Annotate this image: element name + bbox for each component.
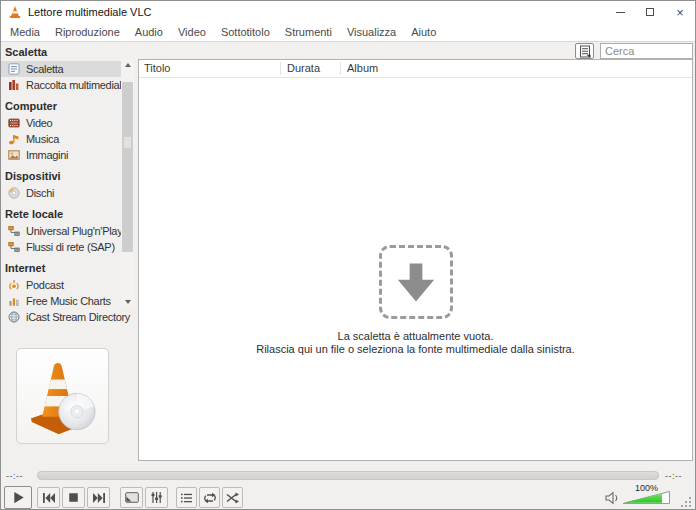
- play-button[interactable]: [4, 486, 32, 509]
- close-button[interactable]: ×: [665, 1, 695, 23]
- sidebar-item-musica[interactable]: Musica: [1, 131, 121, 147]
- window-title: Lettore multimediale VLC: [28, 6, 152, 18]
- stop-icon: [67, 491, 80, 504]
- sidebar-item-label: Dischi: [26, 187, 54, 199]
- vlc-window: Lettore multimediale VLC × Media Riprodu…: [0, 0, 696, 510]
- network-icon: [8, 241, 20, 253]
- sidebar-item-icast[interactable]: iCast Stream Directory: [1, 309, 121, 325]
- shuffle-button[interactable]: [222, 487, 243, 508]
- sidebar-item-label: Scaletta: [26, 63, 63, 75]
- next-button[interactable]: [87, 487, 110, 508]
- window-controls: ×: [605, 1, 695, 23]
- drop-zone[interactable]: [379, 245, 453, 319]
- sidebar-section-scaletta: Scaletta Scaletta: [1, 43, 121, 93]
- menu-audio[interactable]: Audio: [135, 26, 163, 38]
- sidebar-item-label: Raccolta multimediale: [26, 79, 127, 91]
- sidebar-section-rete-locale: Rete locale Universal Plug'n'Play: [1, 201, 121, 255]
- network-icon: [8, 225, 20, 237]
- scrollbar-grip: [124, 137, 131, 148]
- album-art: [16, 348, 109, 444]
- shuffle-icon: [226, 492, 240, 504]
- loop-icon: [203, 492, 217, 504]
- disc-icon: [8, 187, 20, 199]
- content-area: Scaletta Scaletta: [1, 43, 695, 465]
- seek-slider[interactable]: [37, 471, 659, 480]
- sidebar-header: Scaletta: [1, 43, 121, 61]
- sidebar-item-label: Musica: [26, 133, 59, 145]
- column-header-durata[interactable]: Durata: [287, 62, 320, 74]
- sidebar-item-label: iCast Stream Directory: [26, 311, 130, 323]
- sidebar-header: Internet: [1, 255, 121, 277]
- menu-video[interactable]: Video: [178, 26, 206, 38]
- play-icon: [11, 490, 26, 505]
- sidebar-section-dispositivi: Dispositivi Dischi: [1, 163, 121, 201]
- sidebar-item-label: Immagini: [26, 149, 68, 161]
- globe-icon: [8, 311, 20, 323]
- sidebar-item-upnp[interactable]: Universal Plug'n'Play: [1, 223, 121, 239]
- playlist-toggle-icon: [180, 492, 193, 504]
- search-input[interactable]: [600, 43, 693, 59]
- column-separator: [340, 62, 341, 75]
- maximize-button[interactable]: [635, 1, 665, 23]
- playlist-panel: Titolo Durata Album La scaletta è attual…: [138, 59, 693, 461]
- menu-media[interactable]: Media: [10, 26, 40, 38]
- playlist-view-icon: [579, 45, 591, 58]
- sidebar-item-sap[interactable]: Flussi di rete (SAP): [1, 239, 121, 255]
- scroll-up-button[interactable]: [121, 59, 134, 71]
- column-separator: [280, 62, 281, 75]
- scrollbar-thumb[interactable]: [122, 82, 133, 252]
- sidebar-item-video[interactable]: Video: [1, 115, 121, 131]
- empty-playlist-state: La scaletta è attualmente vuota. Rilasci…: [139, 245, 692, 356]
- chevron-down-icon: [125, 300, 131, 304]
- sidebar-item-scaletta[interactable]: Scaletta: [1, 61, 121, 77]
- sidebar-header: Rete locale: [1, 201, 121, 223]
- images-icon: [8, 149, 20, 161]
- menu-sottotitolo[interactable]: Sottotitolo: [221, 26, 270, 38]
- maximize-icon: [646, 8, 654, 16]
- playlist-view-toggle-button[interactable]: [575, 43, 594, 59]
- fullscreen-icon: [125, 492, 139, 503]
- volume-slider[interactable]: [622, 490, 671, 505]
- stop-button[interactable]: [62, 487, 85, 508]
- sidebar-item-label: Universal Plug'n'Play: [26, 225, 122, 237]
- menu-visualizza[interactable]: Visualizza: [347, 26, 396, 38]
- chevron-up-icon: [125, 63, 131, 67]
- column-header-album[interactable]: Album: [347, 62, 378, 74]
- vlc-cone-artwork: [24, 354, 102, 438]
- menu-riproduzione[interactable]: Riproduzione: [55, 26, 120, 38]
- sidebar-item-dischi[interactable]: Dischi: [1, 185, 121, 201]
- sidebar-item-label: Video: [26, 117, 52, 129]
- music-charts-icon: [8, 295, 20, 307]
- playlist-icon: [8, 63, 20, 75]
- transport-controls: 100%: [1, 485, 695, 510]
- loop-button[interactable]: [199, 487, 220, 508]
- title-bar: Lettore multimediale VLC ×: [1, 1, 695, 23]
- next-icon: [92, 492, 106, 504]
- sidebar-item-immagini[interactable]: Immagini: [1, 147, 121, 163]
- menu-strumenti[interactable]: Strumenti: [285, 26, 332, 38]
- menu-aiuto[interactable]: Aiuto: [411, 26, 436, 38]
- time-total: --:--: [665, 471, 682, 481]
- sidebar-item-podcast[interactable]: Podcast: [1, 277, 121, 293]
- speaker-icon: [605, 491, 621, 505]
- podcast-icon: [8, 279, 20, 291]
- sidebar-section-internet: Internet Podcast F: [1, 255, 121, 325]
- previous-icon: [42, 492, 56, 504]
- previous-button[interactable]: [37, 487, 60, 508]
- scroll-down-button[interactable]: [121, 296, 134, 308]
- column-header-titolo[interactable]: Titolo: [144, 62, 171, 74]
- sidebar-item-free-music-charts[interactable]: Free Music Charts: [1, 293, 121, 309]
- time-elapsed: --:--: [6, 471, 23, 481]
- fullscreen-button[interactable]: [120, 487, 143, 508]
- sidebar-scrollbar[interactable]: [121, 59, 134, 308]
- music-icon: [8, 133, 20, 145]
- video-icon: [8, 117, 20, 129]
- resize-grip-icon[interactable]: [681, 497, 692, 508]
- drop-arrow-icon: [396, 261, 436, 304]
- sidebar-item-label: Podcast: [26, 279, 64, 291]
- minimize-button[interactable]: [605, 1, 635, 23]
- equalizer-button[interactable]: [145, 487, 168, 508]
- sidebar-item-raccolta-multimediale[interactable]: Raccolta multimediale: [1, 77, 121, 93]
- close-icon: ×: [676, 6, 684, 19]
- playlist-toggle-button[interactable]: [176, 487, 197, 508]
